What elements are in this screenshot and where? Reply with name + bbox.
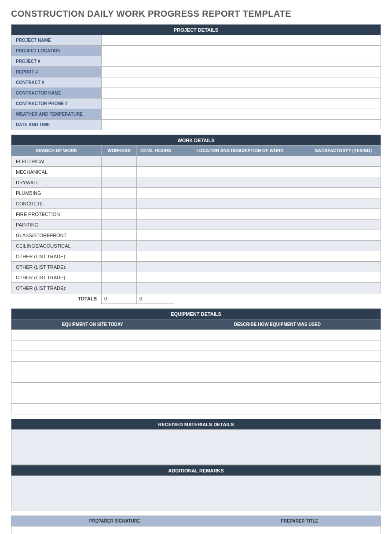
work-location[interactable]: [174, 209, 306, 219]
col-equipment-desc: DESCRIBE HOW EQUIPMENT WAS USED: [174, 319, 381, 330]
work-satisfactory[interactable]: [306, 198, 381, 209]
work-hours[interactable]: [137, 198, 174, 209]
work-hours[interactable]: [137, 209, 174, 219]
work-hours[interactable]: [137, 251, 174, 262]
col-hours: TOTAL HOURS: [137, 146, 174, 156]
work-satisfactory[interactable]: [306, 241, 381, 251]
equipment-name[interactable]: [11, 393, 174, 404]
work-hours[interactable]: [137, 167, 174, 177]
work-workers[interactable]: [102, 230, 137, 241]
work-satisfactory[interactable]: [306, 188, 381, 198]
equipment-name[interactable]: [11, 404, 174, 414]
equipment-desc[interactable]: [174, 340, 381, 351]
equipment-desc[interactable]: [174, 330, 381, 340]
work-satisfactory[interactable]: [306, 177, 381, 188]
work-hours[interactable]: [137, 262, 174, 272]
work-satisfactory[interactable]: [306, 230, 381, 241]
col-satisfactory: SATISFACTORY? (YES/NO): [306, 146, 381, 156]
work-satisfactory[interactable]: [306, 251, 381, 262]
work-workers[interactable]: [102, 209, 137, 219]
work-location[interactable]: [174, 156, 306, 167]
work-satisfactory[interactable]: [306, 167, 381, 177]
work-workers[interactable]: [102, 198, 137, 209]
project-field-value[interactable]: [102, 67, 381, 77]
work-location[interactable]: [174, 198, 306, 209]
work-hours[interactable]: [137, 241, 174, 251]
work-workers[interactable]: [102, 241, 137, 251]
project-field-value[interactable]: [102, 35, 381, 46]
equipment-desc[interactable]: [174, 351, 381, 362]
work-location[interactable]: [174, 251, 306, 262]
preparer-title-cell[interactable]: [218, 527, 381, 534]
work-hours[interactable]: [137, 219, 174, 230]
work-satisfactory[interactable]: [306, 156, 381, 167]
project-field-label: PROJECT #: [11, 56, 102, 67]
equipment-name[interactable]: [11, 340, 174, 351]
project-field-label: REPORT #: [11, 67, 102, 77]
work-branch: OTHER (LIST TRADE):: [11, 262, 102, 272]
equipment-name[interactable]: [11, 330, 174, 340]
equipment-desc[interactable]: [174, 383, 381, 393]
remarks-header: ADDITIONAL REMARKS: [11, 465, 381, 476]
equipment-desc[interactable]: [174, 393, 381, 404]
work-hours[interactable]: [137, 156, 174, 167]
work-satisfactory[interactable]: [306, 272, 381, 283]
work-hours[interactable]: [137, 230, 174, 241]
work-branch: OTHER (LIST TRADE):: [11, 272, 102, 283]
work-hours[interactable]: [137, 188, 174, 198]
work-location[interactable]: [174, 177, 306, 188]
project-field-label: PROJECT LOCATION: [11, 46, 102, 56]
equipment-desc[interactable]: [174, 372, 381, 383]
work-location[interactable]: [174, 230, 306, 241]
project-field-label: WEATHER AND TEMPERATURE: [11, 109, 102, 120]
project-field-value[interactable]: [102, 120, 381, 130]
project-field-value[interactable]: [102, 56, 381, 67]
project-field-value[interactable]: [102, 46, 381, 56]
equipment-name[interactable]: [11, 372, 174, 383]
work-location[interactable]: [174, 262, 306, 272]
work-branch: DRYWALL: [11, 177, 102, 188]
preparer-signature-cell[interactable]: [11, 527, 218, 534]
work-workers[interactable]: [102, 167, 137, 177]
work-branch: FIRE PROTECTION: [11, 209, 102, 219]
work-workers[interactable]: [102, 188, 137, 198]
remarks-content[interactable]: [11, 476, 381, 511]
work-location[interactable]: [174, 283, 306, 293]
work-satisfactory[interactable]: [306, 262, 381, 272]
work-satisfactory[interactable]: [306, 219, 381, 230]
project-field-label: DATE AND TIME: [11, 120, 102, 130]
project-field-value[interactable]: [102, 109, 381, 120]
work-hours[interactable]: [137, 283, 174, 293]
work-location[interactable]: [174, 219, 306, 230]
work-hours[interactable]: [137, 272, 174, 283]
equipment-name[interactable]: [11, 383, 174, 393]
work-location[interactable]: [174, 167, 306, 177]
equipment-name[interactable]: [11, 362, 174, 372]
work-location[interactable]: [174, 272, 306, 283]
totals-hours[interactable]: 0: [137, 293, 174, 304]
work-workers[interactable]: [102, 272, 137, 283]
work-location[interactable]: [174, 188, 306, 198]
equipment-details-header: EQUIPMENT DETAILS: [11, 309, 381, 319]
work-branch: GLASS/STOREFRONT: [11, 230, 102, 241]
materials-content[interactable]: [11, 430, 381, 465]
project-field-value[interactable]: [102, 77, 381, 88]
work-workers[interactable]: [102, 219, 137, 230]
col-location: LOCATION AND DESCRIPTION OF WORK: [174, 146, 306, 156]
totals-workers[interactable]: 0: [102, 293, 137, 304]
project-field-value[interactable]: [102, 99, 381, 109]
work-location[interactable]: [174, 241, 306, 251]
work-workers[interactable]: [102, 177, 137, 188]
project-field-label: CONTRACTOR NAME: [11, 88, 102, 99]
work-workers[interactable]: [102, 251, 137, 262]
work-satisfactory[interactable]: [306, 209, 381, 219]
work-satisfactory[interactable]: [306, 283, 381, 293]
work-workers[interactable]: [102, 156, 137, 167]
work-workers[interactable]: [102, 283, 137, 293]
equipment-desc[interactable]: [174, 362, 381, 372]
project-field-value[interactable]: [102, 88, 381, 99]
equipment-name[interactable]: [11, 351, 174, 362]
equipment-desc[interactable]: [174, 404, 381, 414]
work-hours[interactable]: [137, 177, 174, 188]
work-workers[interactable]: [102, 262, 137, 272]
